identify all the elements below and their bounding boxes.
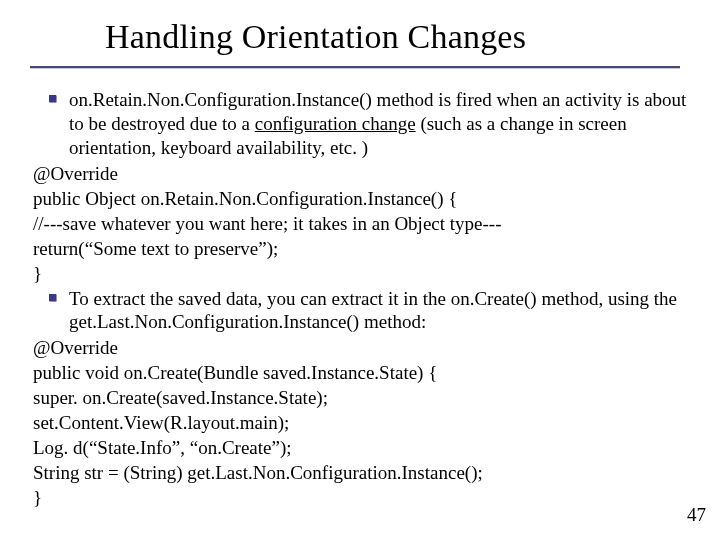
code-line: set.Content.View(R.layout.main); bbox=[33, 411, 688, 435]
bullet-item-2: To extract the saved data, you can extra… bbox=[33, 287, 688, 335]
bullet-1-text-underlined: configuration change bbox=[255, 113, 416, 134]
code-line: } bbox=[33, 262, 688, 286]
code-line: @Override bbox=[33, 336, 688, 360]
code-line: //---save whatever you want here; it tak… bbox=[33, 212, 688, 236]
bullet-2-text: To extract the saved data, you can extra… bbox=[69, 288, 677, 333]
code-line: String str = (String) get.Last.Non.Confi… bbox=[33, 461, 688, 485]
code-line: return(“Some text to preserve”); bbox=[33, 237, 688, 261]
code-line: public void on.Create(Bundle saved.Insta… bbox=[33, 361, 688, 385]
page-number: 47 bbox=[687, 504, 706, 526]
title-underline bbox=[30, 66, 680, 68]
square-bullet-icon bbox=[49, 294, 56, 301]
code-line: } bbox=[33, 486, 688, 510]
code-line: @Override bbox=[33, 162, 688, 186]
slide-content: on.Retain.Non.Configuration.Instance() m… bbox=[33, 88, 688, 511]
code-line: public Object on.Retain.Non.Configuratio… bbox=[33, 187, 688, 211]
code-line: Log. d(“State.Info”, “on.Create”); bbox=[33, 436, 688, 460]
bullet-item-1: on.Retain.Non.Configuration.Instance() m… bbox=[33, 88, 688, 160]
slide: Handling Orientation Changes on.Retain.N… bbox=[0, 0, 720, 540]
slide-title: Handling Orientation Changes bbox=[105, 18, 526, 56]
square-bullet-icon bbox=[49, 95, 56, 102]
code-line: super. on.Create(saved.Instance.State); bbox=[33, 386, 688, 410]
